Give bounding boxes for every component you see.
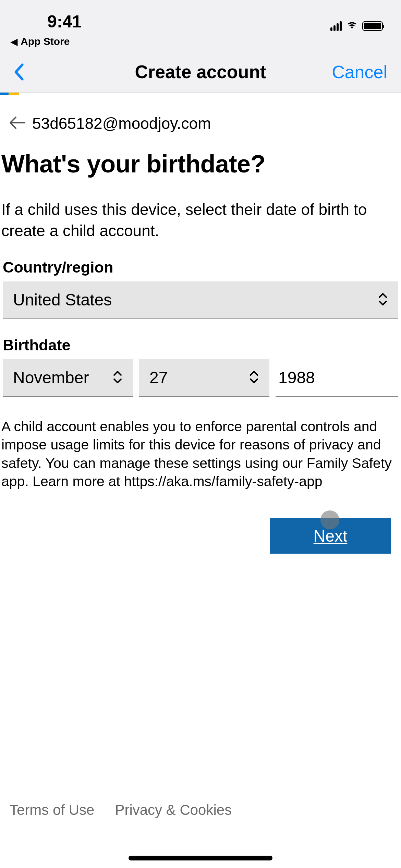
progress-segment-yellow [9,93,19,95]
email-text: 53d65182@moodjoy.com [32,114,211,133]
chevron-left-icon [14,63,25,81]
birthdate-year-value: 1988 [278,368,315,387]
status-bar: 9:41 [0,0,401,34]
child-account-info: A child account enables you to enforce p… [0,397,401,491]
footer-links: Terms of Use Privacy & Cookies [10,802,232,818]
country-value: United States [13,290,112,309]
back-arrow-icon [8,116,25,131]
nav-title: Create account [135,61,266,82]
birthdate-month-select[interactable]: November [3,359,133,397]
next-button-container: Next [0,491,401,554]
birthdate-day-value: 27 [149,368,168,387]
cellular-signal-icon [330,21,342,31]
status-time: 9:41 [16,12,82,32]
email-row[interactable]: 53d65182@moodjoy.com [0,95,401,136]
birthdate-year-select[interactable]: 1988 [276,359,398,397]
country-field: Country/region United States [0,241,401,319]
back-to-app-caret-icon: ◀ [10,36,18,47]
main-content: 53d65182@moodjoy.com What's your birthda… [0,95,401,554]
updown-caret-icon [378,292,388,308]
progress-segment-blue [0,93,9,95]
touch-indicator [320,510,339,529]
country-select[interactable]: United States [3,281,398,319]
terms-link[interactable]: Terms of Use [10,802,94,818]
progress-bar [0,93,401,95]
birthdate-label: Birthdate [3,336,398,354]
country-label: Country/region [3,258,398,276]
page-subheading: If a child uses this device, select thei… [0,178,401,241]
wifi-icon [346,21,358,32]
home-indicator[interactable] [129,856,272,860]
birthdate-day-select[interactable]: 27 [139,359,269,397]
battery-icon [362,21,383,31]
back-to-app-label: App Store [21,36,70,47]
status-icons [330,21,385,32]
page-heading: What's your birthdate? [0,136,401,178]
updown-caret-icon [112,370,123,385]
privacy-link[interactable]: Privacy & Cookies [115,802,232,818]
birthdate-month-value: November [13,368,89,387]
cancel-button[interactable]: Cancel [332,62,387,82]
updown-caret-icon [249,370,259,385]
nav-back-button[interactable] [14,63,34,81]
back-to-app-link[interactable]: ◀ App Store [0,34,401,51]
birthdate-field: Birthdate November 27 1988 [0,319,401,397]
nav-bar: Create account Cancel [0,51,401,93]
